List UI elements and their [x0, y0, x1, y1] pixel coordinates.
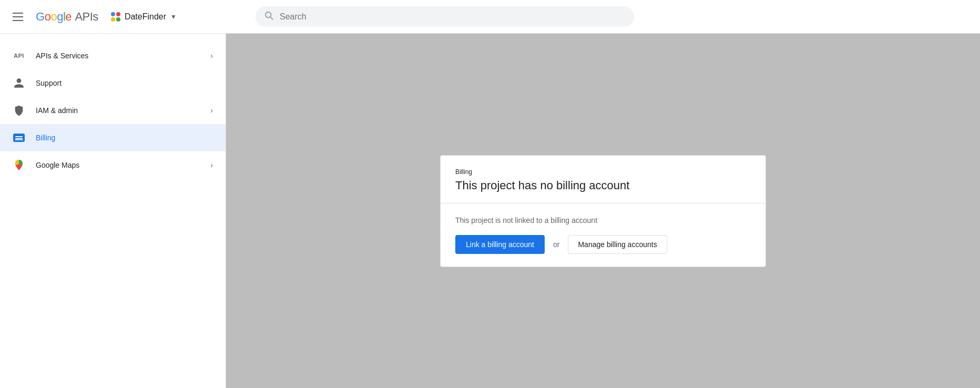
sidebar-item-apis-services[interactable]: API APIs & Services ›: [0, 42, 226, 69]
sidebar-item-billing[interactable]: Billing: [0, 124, 226, 151]
maps-icon: [13, 159, 25, 171]
sidebar-item-google-maps[interactable]: Google Maps ›: [0, 151, 226, 179]
search-icon: [264, 11, 273, 23]
sidebar-item-support[interactable]: Support: [0, 69, 226, 97]
main-layout: API APIs & Services › Support IAM & admi…: [0, 34, 980, 388]
topbar: Google APIs DateFinder ▼: [0, 0, 980, 34]
google-logo: Google APIs: [36, 10, 98, 24]
billing-description: This project is not linked to a billing …: [455, 216, 751, 224]
sidebar-item-label: APIs & Services: [36, 52, 200, 60]
content-area: Billing This project has no billing acco…: [226, 34, 980, 388]
api-icon: API: [13, 49, 25, 62]
link-billing-account-button[interactable]: Link a billing account: [455, 235, 545, 254]
chevron-right-icon: ›: [210, 106, 213, 115]
hamburger-menu-icon[interactable]: [8, 8, 27, 25]
sidebar-item-label: Billing: [36, 134, 213, 142]
billing-card-body: This project is not linked to a billing …: [441, 203, 765, 267]
sidebar-item-iam-admin[interactable]: IAM & admin ›: [0, 97, 226, 124]
sidebar: API APIs & Services › Support IAM & admi…: [0, 34, 226, 388]
billing-actions: Link a billing account or Manage billing…: [455, 235, 751, 254]
project-dots-icon: [111, 12, 120, 22]
project-name: DateFinder: [125, 12, 166, 22]
chevron-down-icon: ▼: [170, 13, 177, 21]
billing-title: This project has no billing account: [455, 179, 751, 192]
chevron-right-icon: ›: [210, 161, 213, 169]
search-input[interactable]: [280, 12, 626, 22]
topbar-left: Google APIs DateFinder ▼: [8, 8, 234, 25]
person-icon: [13, 77, 25, 89]
shield-icon: [13, 104, 25, 117]
manage-billing-accounts-button[interactable]: Manage billing accounts: [568, 235, 667, 254]
sidebar-item-label: Support: [36, 79, 213, 87]
billing-section-label: Billing: [455, 168, 751, 176]
or-text: or: [553, 240, 559, 249]
svg-line-1: [270, 17, 272, 19]
sidebar-item-label: IAM & admin: [36, 106, 200, 115]
search-bar: [256, 6, 634, 27]
billing-icon: [13, 131, 25, 144]
project-selector[interactable]: DateFinder ▼: [107, 10, 181, 24]
billing-card-header: Billing This project has no billing acco…: [441, 156, 765, 203]
chevron-right-icon: ›: [210, 52, 213, 60]
billing-card: Billing This project has no billing acco…: [440, 155, 766, 267]
sidebar-item-label: Google Maps: [36, 161, 200, 169]
